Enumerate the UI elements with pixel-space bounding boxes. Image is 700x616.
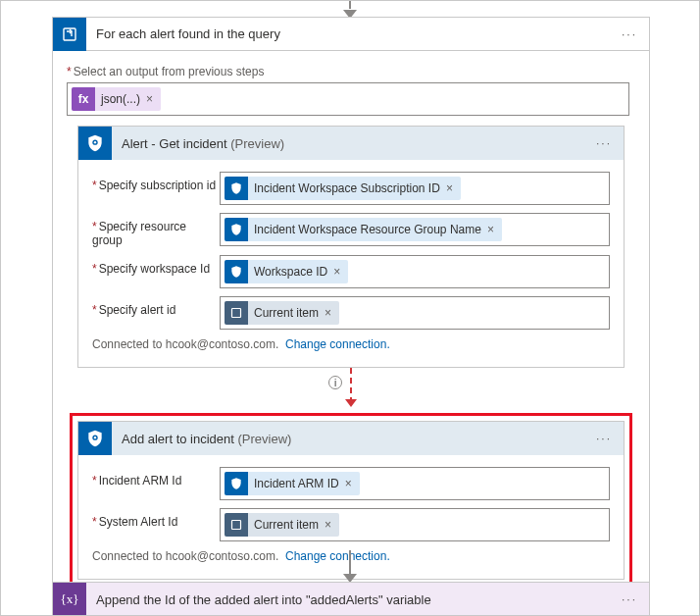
remove-token-button[interactable]: × — [343, 477, 354, 490]
change-connection-link[interactable]: Change connection. — [285, 549, 390, 563]
add-alert-header[interactable]: Add alert to incident (Preview) ··· — [78, 422, 624, 455]
system-alert-id-label: *System Alert Id — [92, 508, 220, 529]
current-item-token[interactable]: Current item × — [225, 513, 339, 537]
remove-token-button[interactable]: × — [144, 92, 155, 106]
sentinel-token-icon — [225, 260, 248, 283]
workspace-id-token[interactable]: Workspace ID × — [225, 260, 348, 283]
svg-rect-3 — [232, 309, 241, 318]
incident-arm-id-label: *Incident ARM Id — [92, 467, 220, 488]
sentinel-token-icon — [225, 177, 248, 200]
current-item-token[interactable]: Current item × — [225, 301, 339, 325]
remove-token-button[interactable]: × — [323, 306, 333, 320]
get-incident-menu-button[interactable]: ··· — [584, 136, 624, 150]
append-variable-title: Append the Id of the added alert into "a… — [86, 592, 441, 607]
incident-arm-id-input[interactable]: Incident ARM ID × — [220, 467, 610, 500]
resource-group-label: *Specify resource group — [92, 213, 220, 247]
alert-id-input[interactable]: Current item × — [220, 296, 610, 330]
sentinel-token-icon — [225, 218, 248, 241]
json-expression-token[interactable]: fx json(...) × — [72, 87, 161, 111]
resource-group-token[interactable]: Incident Workspace Resource Group Name × — [225, 218, 502, 241]
resource-group-input[interactable]: Incident Workspace Resource Group Name × — [220, 213, 610, 246]
get-incident-header[interactable]: Alert - Get incident (Preview) ··· — [78, 127, 624, 160]
sentinel-icon — [78, 422, 112, 455]
append-variable-header[interactable]: {x} Append the Id of the added alert int… — [53, 583, 649, 616]
workspace-id-label: *Specify workspace Id — [92, 255, 220, 276]
foreach-action: For each alert found in the query ··· *S… — [52, 17, 650, 604]
get-incident-action: Alert - Get incident (Preview) ··· *Spec… — [77, 126, 625, 368]
change-connection-link[interactable]: Change connection. — [285, 337, 390, 351]
get-incident-title: Alert - Get incident (Preview) — [112, 136, 294, 151]
subscription-id-input[interactable]: Incident Workspace Subscription ID × — [220, 172, 610, 205]
foreach-token-icon — [225, 513, 248, 537]
sentinel-icon — [78, 127, 112, 160]
foreach-token-icon — [225, 301, 248, 325]
alert-id-label: *Specify alert id — [92, 296, 220, 317]
system-alert-id-input[interactable]: Current item × — [220, 508, 610, 541]
incident-arm-id-token[interactable]: Incident ARM ID × — [225, 472, 360, 495]
append-menu-button[interactable]: ··· — [610, 592, 649, 606]
connection-info: Connected to hcook@contoso.com. Change c… — [92, 337, 610, 351]
add-alert-menu-button[interactable]: ··· — [584, 432, 624, 445]
select-output-label: *Select an output from previous steps — [67, 65, 635, 78]
info-icon[interactable]: i — [328, 376, 342, 389]
remove-token-button[interactable]: × — [444, 181, 455, 195]
logic-app-designer-canvas: For each alert found in the query ··· *S… — [0, 0, 700, 616]
subscription-id-label: *Specify subscription id — [92, 172, 220, 192]
workspace-id-input[interactable]: Workspace ID × — [220, 255, 610, 288]
remove-token-button[interactable]: × — [323, 518, 333, 532]
sentinel-token-icon — [225, 472, 248, 495]
foreach-header[interactable]: For each alert found in the query ··· — [53, 18, 649, 51]
foreach-title: For each alert found in the query — [86, 26, 290, 41]
svg-point-2 — [94, 141, 96, 143]
foreach-icon — [53, 18, 86, 51]
connector-dashed: i — [67, 368, 635, 413]
connector-arrow — [342, 550, 358, 586]
foreach-body: *Select an output from previous steps fx… — [53, 51, 649, 603]
append-variable-action: {x} Append the Id of the added alert int… — [52, 582, 650, 616]
fx-icon: fx — [72, 87, 95, 111]
variable-icon: {x} — [53, 583, 86, 616]
svg-point-5 — [94, 436, 96, 438]
svg-rect-6 — [232, 521, 241, 530]
add-alert-title: Add alert to incident (Preview) — [112, 432, 301, 446]
foreach-menu-button[interactable]: ··· — [610, 27, 649, 41]
remove-token-button[interactable]: × — [331, 265, 342, 279]
select-output-input[interactable]: fx json(...) × — [67, 82, 629, 116]
subscription-id-token[interactable]: Incident Workspace Subscription ID × — [225, 177, 461, 200]
remove-token-button[interactable]: × — [485, 223, 496, 236]
